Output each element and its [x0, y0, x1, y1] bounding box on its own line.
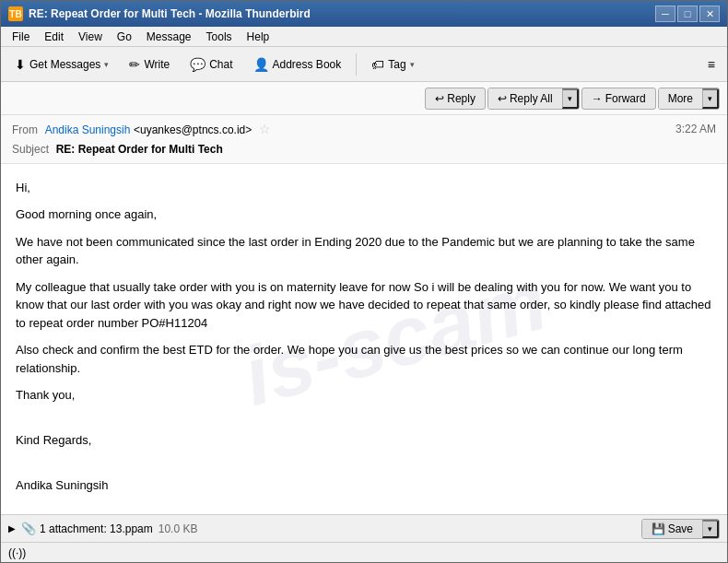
menu-view[interactable]: View	[71, 29, 110, 45]
email-para-6: Thank you,	[16, 386, 712, 405]
tag-dropdown-icon: ▾	[410, 60, 415, 69]
chat-button[interactable]: 💬 Chat	[182, 53, 241, 76]
email-subject: RE: Repeat Order for Multi Tech	[56, 143, 223, 156]
save-button[interactable]: 💾 Save	[642, 520, 702, 538]
menu-go[interactable]: Go	[110, 29, 139, 45]
hamburger-button[interactable]: ≡	[701, 52, 722, 77]
write-icon: ✏	[129, 57, 140, 72]
email-content: Hi, Good morning once again, We have not…	[16, 179, 712, 514]
from-row: From Andika Suningsih <uyankes@ptncs.co.…	[12, 119, 716, 140]
email-para-4: My colleague that usually take order wit…	[16, 278, 712, 333]
from-name[interactable]: Andika Suningsih	[45, 123, 131, 136]
statusbar: ((·))	[1, 542, 727, 562]
reply-icon: ↩	[435, 92, 444, 105]
expand-icon[interactable]: ▶	[8, 523, 16, 534]
chat-icon: 💬	[190, 57, 205, 72]
menu-help[interactable]: Help	[240, 29, 277, 45]
reply-button[interactable]: ↩ Reply	[425, 88, 486, 110]
email-time: 3:22 AM	[675, 121, 716, 138]
toolbar: ⬇ Get Messages ▾ ✏ Write 💬 Chat 👤 Addres…	[1, 47, 727, 82]
get-messages-icon: ⬇	[15, 57, 26, 72]
email-body: is-scam Hi, Good morning once again, We …	[1, 164, 727, 514]
star-icon[interactable]: ☆	[259, 122, 271, 136]
email-para-7: Kind Regards,	[16, 431, 712, 450]
reply-all-button[interactable]: ↩ Reply All	[488, 88, 562, 109]
attachment-size: 10.0 KB	[159, 522, 198, 535]
reply-all-icon: ↩	[498, 92, 507, 105]
more-split: More ▾	[658, 88, 720, 110]
titlebar: TB RE: Repeat Order for Multi Tech - Moz…	[1, 1, 727, 27]
minimize-button[interactable]: ─	[655, 6, 675, 22]
from-email: <uyankes@ptncs.co.id>	[134, 123, 252, 136]
menu-message[interactable]: Message	[139, 29, 199, 45]
subject-row: Subject RE: Repeat Order for Multi Tech	[12, 140, 716, 159]
menu-tools[interactable]: Tools	[199, 29, 240, 45]
reply-all-dropdown[interactable]: ▾	[562, 88, 579, 109]
window-title: RE: Repeat Order for Multi Tech - Mozill…	[29, 7, 311, 20]
more-dropdown[interactable]: ▾	[702, 88, 719, 109]
address-book-icon: 👤	[253, 57, 269, 72]
main-window: TB RE: Repeat Order for Multi Tech - Moz…	[0, 0, 728, 563]
wifi-icon: ((·))	[8, 546, 26, 559]
write-button[interactable]: ✏ Write	[121, 53, 178, 76]
toolbar-separator	[356, 53, 357, 76]
close-button[interactable]: ✕	[699, 6, 720, 22]
menu-edit[interactable]: Edit	[37, 29, 71, 45]
tag-button[interactable]: 🏷 Tag ▾	[363, 53, 422, 76]
save-dropdown[interactable]: ▾	[702, 520, 719, 538]
attachment-icon: 📎	[21, 522, 36, 535]
get-messages-button[interactable]: ⬇ Get Messages ▾	[6, 53, 117, 76]
email-para-2: Good morning once again,	[16, 205, 712, 224]
email-para-3: We have not been communicated since the …	[16, 233, 712, 269]
save-split-button: 💾 Save ▾	[641, 519, 720, 539]
address-book-button[interactable]: 👤 Address Book	[245, 53, 350, 76]
get-messages-dropdown-icon: ▾	[104, 60, 109, 69]
email-para-8: Andika Suningsih	[16, 476, 712, 495]
more-button[interactable]: More	[659, 88, 702, 109]
subject-label: Subject	[12, 143, 49, 156]
tag-icon: 🏷	[371, 57, 384, 72]
app-icon: TB	[8, 6, 23, 21]
from-label: From	[12, 123, 38, 136]
menubar: File Edit View Go Message Tools Help	[1, 27, 727, 47]
actionbar: ↩ Reply ↩ Reply All ▾ → Forward More ▾	[1, 82, 727, 115]
email-header: From Andika Suningsih <uyankes@ptncs.co.…	[1, 115, 727, 164]
footer: ▶ 📎 1 attachment: 13.ppam 10.0 KB 💾 Save…	[1, 514, 727, 542]
forward-button[interactable]: → Forward	[581, 88, 656, 110]
titlebar-controls: ─ □ ✕	[655, 6, 720, 22]
reply-all-split: ↩ Reply All ▾	[487, 88, 580, 110]
forward-icon: →	[592, 92, 603, 105]
email-para-1: Hi,	[16, 179, 712, 197]
save-icon: 💾	[652, 522, 665, 535]
attachment-text: 1 attachment: 13.ppam	[40, 522, 153, 535]
maximize-button[interactable]: □	[677, 6, 698, 22]
email-para-5: Also check and confirm the best ETD for …	[16, 341, 712, 377]
menu-file[interactable]: File	[5, 29, 37, 45]
titlebar-left: TB RE: Repeat Order for Multi Tech - Moz…	[8, 6, 311, 21]
